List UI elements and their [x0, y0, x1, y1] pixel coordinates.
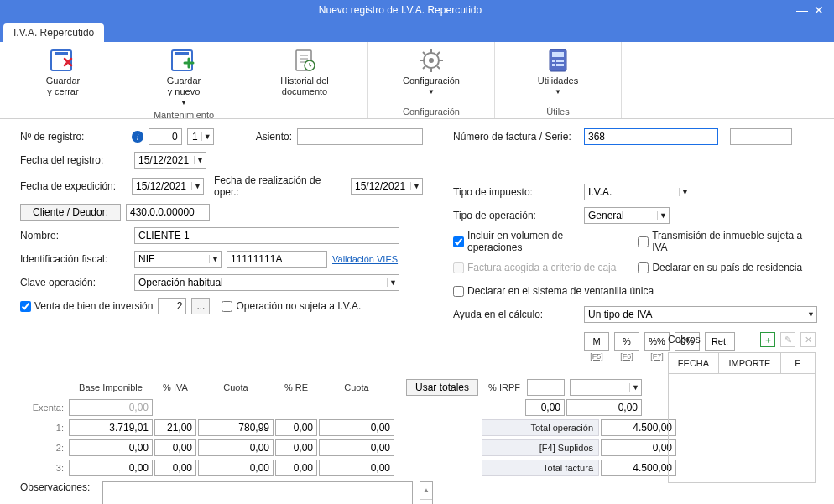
fechareal-input[interactable]: ▼: [351, 178, 423, 195]
irpf-b[interactable]: [525, 399, 565, 416]
numfact-input[interactable]: [584, 128, 718, 145]
svg-line-16: [437, 66, 440, 69]
fecharegistro-label: Fecha del registro:: [20, 154, 129, 166]
ribbon-group-mantenimiento: Guardar y cerrar Guardar y nuevo ▼ Histo…: [0, 42, 368, 118]
svg-line-15: [423, 52, 425, 55]
minimize-button[interactable]: —: [794, 3, 811, 17]
idfiscal-input[interactable]: [227, 251, 327, 268]
cobros-body[interactable]: [668, 374, 816, 483]
numfact-serie-input[interactable]: [730, 128, 792, 145]
no-sujeta-check[interactable]: Operación no sujeta a I.V.A.: [222, 300, 361, 312]
total-fac[interactable]: [601, 460, 676, 476]
col-e[interactable]: E: [781, 353, 816, 374]
venta-inversion-check[interactable]: Venta de bien de inversión: [20, 300, 153, 312]
close-button[interactable]: ✕: [811, 3, 827, 17]
ribbon-group-configuracion: Configuración ▼ Configuración: [368, 42, 495, 118]
irpf-pct-input[interactable]: [527, 379, 565, 396]
save-new-button[interactable]: Guardar y nuevo ▼: [126, 45, 242, 108]
calc-pct-button[interactable]: %: [614, 332, 639, 351]
incluir-volumen-check[interactable]: Incluir en volumen de operaciones: [453, 230, 618, 253]
group-name-mantenimiento: Mantenimiento: [5, 108, 362, 120]
criterio-caja-check: Factura acogida a criterio de caja: [453, 262, 616, 273]
fechaexp-input[interactable]: ▼: [132, 178, 204, 195]
calc-pp-button[interactable]: %%: [644, 332, 670, 351]
numreg-serie-select[interactable]: ▼: [187, 128, 214, 145]
idfiscal-label: Identificación fiscal:: [20, 253, 129, 265]
info-icon[interactable]: i: [132, 131, 143, 143]
idfiscal-tipo-select[interactable]: ▼: [134, 251, 222, 268]
r1-iva[interactable]: [154, 419, 196, 436]
numreg-label: Nº de registro:: [20, 131, 123, 143]
window-title: Nuevo registro de I.V.A. Repercutido: [7, 4, 794, 16]
history-button[interactable]: Historial del documento: [247, 45, 362, 108]
calc-m-button[interactable]: M: [584, 332, 609, 351]
tab-strip: I.V.A. Repercutido: [0, 20, 834, 42]
ayuda-select[interactable]: ▼: [584, 306, 817, 323]
asiento-input[interactable]: [297, 128, 423, 145]
svg-rect-22: [556, 60, 560, 62]
r1-cuota2[interactable]: [319, 419, 394, 436]
row3-label: 3:: [20, 463, 67, 473]
obs-spinner[interactable]: ▲▼: [420, 481, 433, 504]
r1-base[interactable]: [69, 419, 153, 436]
r2-cuota2[interactable]: [319, 439, 394, 456]
ribbon-group-utiles: Utilidades ▼ Útiles: [495, 42, 622, 118]
r3-cuota2[interactable]: [319, 460, 394, 476]
svg-rect-21: [552, 60, 555, 62]
numreg-input[interactable]: [149, 128, 182, 145]
cliente-button[interactable]: Cliente / Deudor:: [20, 204, 121, 221]
r3-base[interactable]: [69, 460, 153, 476]
col-importe[interactable]: IMPORTE: [719, 353, 781, 374]
r2-re[interactable]: [275, 439, 317, 456]
cobros-delete-icon[interactable]: ✕: [800, 332, 816, 347]
fechareal-label: Fecha de realización de oper.:: [214, 174, 346, 198]
ventanilla-unica-check[interactable]: Declarar en el sistema de ventanilla úni…: [453, 285, 654, 297]
config-label: Configuración: [377, 75, 486, 86]
hdr-cuota2: Cuota: [319, 382, 394, 392]
exenta-base[interactable]: [69, 399, 153, 416]
r1-cuota[interactable]: [198, 419, 274, 436]
r2-iva[interactable]: [154, 439, 196, 456]
cobros-add-icon[interactable]: ＋: [760, 332, 775, 347]
obs-text[interactable]: [102, 481, 413, 504]
transmision-inmueble-check[interactable]: Transmisión de inmueble sujeta a IVA: [638, 230, 817, 253]
r3-iva[interactable]: [154, 460, 196, 476]
title-bar: Nuevo registro de I.V.A. Repercutido — ✕: [0, 0, 834, 20]
col-fecha[interactable]: FECHA: [669, 353, 719, 374]
usar-totales-button[interactable]: Usar totales: [406, 379, 478, 396]
venta-inversion-n[interactable]: [158, 298, 186, 314]
irpf-c[interactable]: [566, 399, 642, 416]
fk-f6: [F6]: [620, 352, 633, 361]
tipoimp-select[interactable]: ▼: [584, 184, 691, 200]
r2-cuota[interactable]: [198, 439, 274, 456]
r1-re[interactable]: [275, 419, 317, 436]
svg-rect-26: [560, 64, 564, 66]
document-history-icon: [291, 47, 318, 74]
save-new-label: Guardar y nuevo: [129, 75, 238, 97]
fecharegistro-input[interactable]: ▼: [134, 152, 206, 169]
r2-base[interactable]: [69, 439, 153, 456]
total-op[interactable]: [601, 419, 676, 436]
tab-iva-repercutido[interactable]: I.V.A. Repercutido: [3, 23, 104, 42]
claveop-label: Clave operación:: [20, 277, 129, 288]
cobros-edit-icon[interactable]: ✎: [780, 332, 795, 347]
suplidos[interactable]: [601, 439, 676, 456]
obs-label: Observaciones:: [20, 481, 96, 493]
r3-cuota[interactable]: [198, 460, 274, 476]
nombre-input[interactable]: [134, 227, 399, 244]
r3-re[interactable]: [275, 460, 317, 476]
group-name-utiles: Útiles: [500, 105, 616, 117]
irpf-extra-select[interactable]: ▼: [570, 379, 642, 396]
svg-line-17: [423, 66, 425, 69]
claveop-select[interactable]: ▼: [134, 274, 399, 291]
config-button[interactable]: Configuración ▼: [373, 45, 489, 105]
utilities-button[interactable]: Utilidades ▼: [500, 45, 616, 105]
save-close-button[interactable]: Guardar y cerrar: [5, 45, 121, 108]
venta-inversion-browse[interactable]: ...: [191, 298, 210, 314]
suplidos-label: [F4] Suplidos: [482, 439, 599, 456]
fk-f7: [F7]: [650, 352, 664, 361]
pais-residencia-check[interactable]: Declarar en su país de residencia: [638, 262, 802, 273]
vies-link[interactable]: Validación VIES: [332, 254, 398, 264]
cliente-input[interactable]: [126, 204, 210, 221]
tipoop-select[interactable]: ▼: [584, 207, 670, 224]
